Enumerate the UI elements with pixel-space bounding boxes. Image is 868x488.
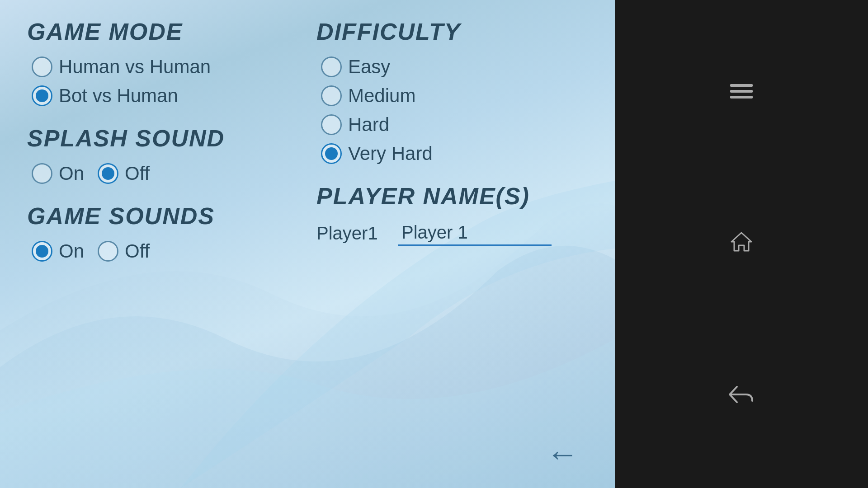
radio-label-ss-on: On (59, 163, 84, 184)
radio-circle-ss-on[interactable] (32, 163, 52, 184)
difficulty-group: Easy Medium Hard Very Hard (316, 56, 588, 164)
radio-splash-off[interactable]: Off (98, 163, 150, 184)
player1-label: Player1 (316, 223, 389, 244)
game-sounds-title: GAME SOUNDS (27, 202, 289, 230)
android-menu-button[interactable] (729, 82, 754, 100)
radio-circle-easy[interactable] (321, 56, 342, 77)
game-mode-group: Human vs Human Bot vs Human (27, 56, 289, 107)
radio-human-vs-human[interactable]: Human vs Human (32, 56, 289, 78)
main-content-area: GAME MODE Human vs Human Bot vs Human SP… (0, 0, 615, 488)
radio-label-hard: Hard (348, 114, 389, 136)
radio-circle-vhard[interactable] (321, 143, 342, 164)
radio-circle-ss-off[interactable] (98, 163, 118, 184)
radio-label-easy: Easy (348, 56, 390, 78)
back-arrow-button[interactable]: ← (546, 437, 579, 470)
svg-rect-1 (730, 90, 753, 93)
radio-easy[interactable]: Easy (321, 56, 588, 78)
player1-input[interactable] (398, 221, 552, 246)
radio-circle-gs-off[interactable] (98, 241, 118, 262)
radio-bot-vs-human[interactable]: Bot vs Human (32, 85, 289, 107)
content-wrapper: GAME MODE Human vs Human Bot vs Human SP… (0, 0, 615, 488)
radio-circle-hvh[interactable] (32, 56, 52, 77)
radio-sounds-on[interactable]: On (32, 240, 84, 262)
radio-sounds-off[interactable]: Off (98, 240, 150, 262)
android-home-button[interactable] (729, 229, 754, 254)
player1-row: Player1 (316, 221, 588, 246)
radio-splash-on[interactable]: On (32, 163, 84, 184)
android-sidebar (615, 0, 868, 488)
radio-hard[interactable]: Hard (321, 114, 588, 136)
splash-sound-title: SPLASH SOUND (27, 125, 289, 152)
game-sounds-group: On Off (27, 240, 289, 262)
radio-circle-hard[interactable] (321, 114, 342, 135)
left-panel: GAME MODE Human vs Human Bot vs Human SP… (27, 18, 307, 470)
right-panel: DIFFICULTY Easy Medium Hard Very Hard (307, 18, 588, 470)
radio-circle-gs-on[interactable] (32, 241, 52, 262)
game-mode-title: GAME MODE (27, 18, 289, 45)
player-names-title: PLAYER NAME(S) (316, 183, 588, 210)
radio-label-gs-off: Off (125, 240, 150, 262)
radio-label-bvh: Bot vs Human (59, 85, 178, 107)
svg-rect-2 (730, 96, 753, 99)
radio-label-hvh: Human vs Human (59, 56, 211, 78)
radio-label-medium: Medium (348, 85, 415, 107)
splash-sound-group: On Off (27, 163, 289, 184)
radio-very-hard[interactable]: Very Hard (321, 143, 588, 164)
radio-label-vhard: Very Hard (348, 143, 433, 164)
difficulty-title: DIFFICULTY (316, 18, 588, 45)
radio-circle-medium[interactable] (321, 85, 342, 106)
radio-label-ss-off: Off (125, 163, 150, 184)
player-names-section: Player1 (316, 221, 588, 246)
radio-medium[interactable]: Medium (321, 85, 588, 107)
radio-label-gs-on: On (59, 240, 84, 262)
svg-rect-0 (730, 84, 753, 87)
radio-circle-bvh[interactable] (32, 85, 52, 106)
android-back-button[interactable] (728, 383, 755, 406)
